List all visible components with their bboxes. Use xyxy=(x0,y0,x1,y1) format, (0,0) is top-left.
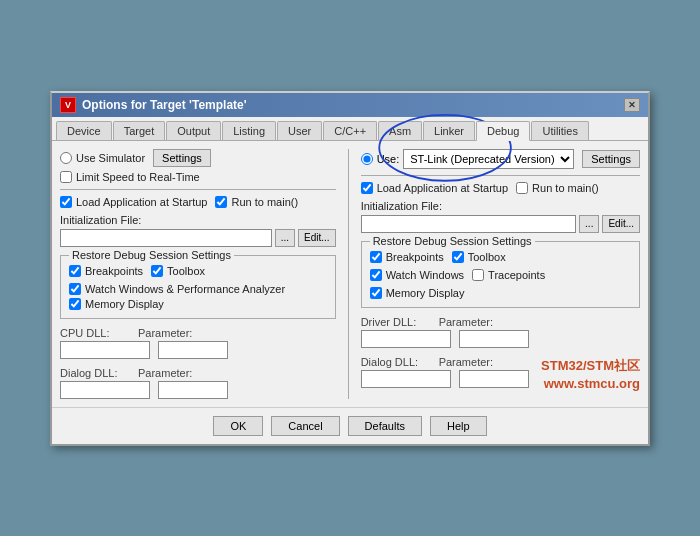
driver-dll-section: Driver DLL: Parameter: SARMCM3.DLL xyxy=(361,316,640,348)
cpu-param-input[interactable]: -REMAP xyxy=(158,341,228,359)
restore-group-left: Restore Debug Session Settings Breakpoin… xyxy=(60,255,336,319)
use-select[interactable]: ST-Link (Deprecated Version) xyxy=(403,149,574,169)
dialog-dll-input-left[interactable]: DCM.DLL xyxy=(60,381,150,399)
left-column: Use Simulator Settings Limit Speed to Re… xyxy=(60,149,336,399)
breakpoints-left: Breakpoints xyxy=(69,265,143,277)
driver-param-label: Parameter: xyxy=(439,316,493,328)
left-settings-button[interactable]: Settings xyxy=(153,149,211,167)
close-button[interactable]: ✕ xyxy=(624,98,640,112)
use-label-right: Use: xyxy=(377,153,400,165)
tab-user[interactable]: User xyxy=(277,121,322,140)
dialog-param-input-right[interactable]: -pCM3 xyxy=(459,370,529,388)
cpu-dll-input[interactable]: SARMCM3.DLL xyxy=(60,341,150,359)
dialog-param-label-left: Parameter: xyxy=(138,367,192,379)
watch-windows-label-right: Watch Windows xyxy=(386,269,464,281)
memory-display-label-left: Memory Display xyxy=(85,298,164,310)
run-to-main-label-right: Run to main() xyxy=(532,182,599,194)
browse-btn-left[interactable]: ... xyxy=(275,229,295,247)
breakpoints-checkbox-right[interactable] xyxy=(370,251,382,263)
init-file-input-right[interactable] xyxy=(361,215,576,233)
run-to-main-checkbox-right[interactable] xyxy=(516,182,528,194)
ok-button[interactable]: OK xyxy=(213,416,263,436)
init-file-row-left: ... Edit... xyxy=(60,229,336,247)
use-radio-right[interactable] xyxy=(361,153,373,165)
memory-display-checkbox-left[interactable] xyxy=(69,298,81,310)
restore-group-right: Restore Debug Session Settings Breakpoin… xyxy=(361,241,640,308)
cpu-param-label: Parameter: xyxy=(138,327,192,339)
help-button[interactable]: Help xyxy=(430,416,487,436)
tab-output[interactable]: Output xyxy=(166,121,221,140)
memory-display-label-right: Memory Display xyxy=(386,287,465,299)
init-file-label-right: Initialization File: xyxy=(361,200,640,212)
bp-toolbox-row-right: Breakpoints Toolbox xyxy=(370,251,631,266)
watermark-line2: www.stmcu.org xyxy=(541,375,640,393)
load-app-label-right: Load Application at Startup xyxy=(377,182,508,194)
driver-param-input[interactable] xyxy=(459,330,529,348)
breakpoints-right: Breakpoints xyxy=(370,251,444,263)
window-title: Options for Target 'Template' xyxy=(82,98,247,112)
load-app-right: Load Application at Startup xyxy=(361,182,508,194)
toolbox-label-left: Toolbox xyxy=(167,265,205,277)
breakpoints-checkbox-left[interactable] xyxy=(69,265,81,277)
use-simulator-label: Use Simulator xyxy=(76,152,145,164)
simulator-row: Use Simulator Settings xyxy=(60,149,336,167)
dialog-dll-label-right: Dialog DLL: xyxy=(361,356,431,368)
load-app-checkbox-left[interactable] xyxy=(60,196,72,208)
run-to-main-label-left: Run to main() xyxy=(231,196,298,208)
memory-display-checkbox-right[interactable] xyxy=(370,287,382,299)
dialog-dll-input-right[interactable]: TCM.DLL xyxy=(361,370,451,388)
load-app-label-left: Load Application at Startup xyxy=(76,196,207,208)
tab-device[interactable]: Device xyxy=(56,121,112,140)
vertical-divider xyxy=(348,149,349,399)
load-app-left: Load Application at Startup xyxy=(60,196,207,208)
tab-listing[interactable]: Listing xyxy=(222,121,276,140)
run-to-main-checkbox-left[interactable] xyxy=(215,196,227,208)
app-icon: V xyxy=(60,97,76,113)
toolbox-checkbox-left[interactable] xyxy=(151,265,163,277)
cancel-button[interactable]: Cancel xyxy=(271,416,339,436)
browse-btn-right[interactable]: ... xyxy=(579,215,599,233)
limit-speed-label: Limit Speed to Real-Time xyxy=(76,171,200,183)
dialog-param-label-right: Parameter: xyxy=(439,356,493,368)
limit-speed-row: Limit Speed to Real-Time xyxy=(60,171,336,183)
use-simulator-radio[interactable] xyxy=(60,152,72,164)
restore-group-title-left: Restore Debug Session Settings xyxy=(69,249,234,261)
bp-toolbox-row-left: Breakpoints Toolbox xyxy=(69,265,327,280)
tab-debug[interactable]: Debug xyxy=(476,121,530,141)
limit-speed-checkbox[interactable] xyxy=(60,171,72,183)
tab-cc[interactable]: C/C++ xyxy=(323,121,377,140)
watch-windows-checkbox-left[interactable] xyxy=(69,283,81,295)
memory-display-right: Memory Display xyxy=(370,287,631,299)
toolbox-label-right: Toolbox xyxy=(468,251,506,263)
use-row: Use: ST-Link (Deprecated Version) Settin… xyxy=(361,149,640,169)
cpu-dll-section: CPU DLL: Parameter: SARMCM3.DLL -REMAP xyxy=(60,327,336,359)
watermark-line1: STM32/STM社区 xyxy=(541,357,640,375)
restore-group-title-right: Restore Debug Session Settings xyxy=(370,235,535,247)
right-settings-button[interactable]: Settings xyxy=(582,150,640,168)
dialog-dll-section-left: Dialog DLL: Parameter: DCM.DLL -pCM3 xyxy=(60,367,336,399)
tab-utilities[interactable]: Utilities xyxy=(531,121,588,140)
cpu-dll-label: CPU DLL: xyxy=(60,327,130,339)
run-to-main-right: Run to main() xyxy=(516,182,599,194)
edit-btn-right[interactable]: Edit... xyxy=(602,215,640,233)
title-bar: V Options for Target 'Template' ✕ xyxy=(52,93,648,117)
edit-btn-left[interactable]: Edit... xyxy=(298,229,336,247)
driver-dll-input[interactable]: SARMCM3.DLL xyxy=(361,330,451,348)
init-file-input-left[interactable] xyxy=(60,229,272,247)
tab-asm[interactable]: Asm xyxy=(378,121,422,140)
tab-target[interactable]: Target xyxy=(113,121,166,140)
tracepoints-checkbox-right[interactable] xyxy=(472,269,484,281)
watermark: STM32/STM社区 www.stmcu.org xyxy=(541,357,640,393)
load-run-row-left: Load Application at Startup Run to main(… xyxy=(60,196,336,211)
dialog-param-input-left[interactable]: -pCM3 xyxy=(158,381,228,399)
breakpoints-label-right: Breakpoints xyxy=(386,251,444,263)
tab-bar: Device Target Output Listing User C/C++ … xyxy=(52,117,648,141)
dialog-dll-label-left: Dialog DLL: xyxy=(60,367,130,379)
watch-windows-checkbox-right[interactable] xyxy=(370,269,382,281)
load-app-checkbox-right[interactable] xyxy=(361,182,373,194)
defaults-button[interactable]: Defaults xyxy=(348,416,422,436)
toolbox-checkbox-right[interactable] xyxy=(452,251,464,263)
tracepoints-right: Tracepoints xyxy=(472,269,545,281)
tab-linker[interactable]: Linker xyxy=(423,121,475,140)
driver-dll-label: Driver DLL: xyxy=(361,316,431,328)
